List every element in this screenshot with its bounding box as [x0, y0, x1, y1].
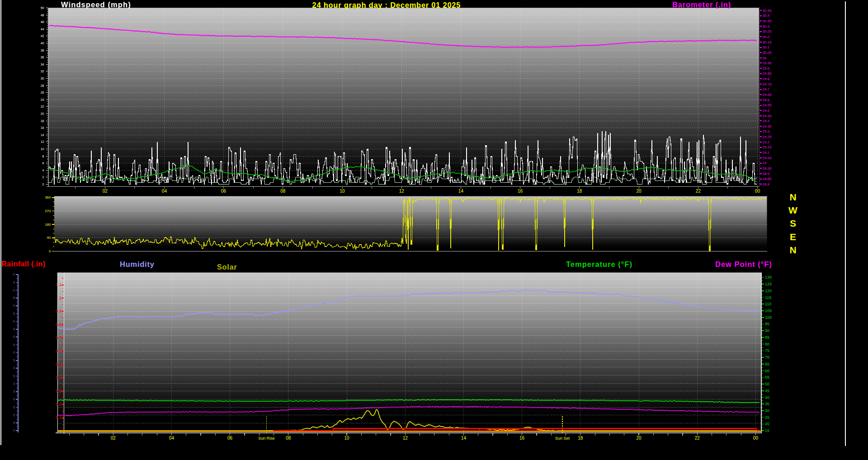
svg-text:14: 14	[461, 436, 467, 441]
svg-text:28: 28	[41, 84, 44, 87]
svg-text:0: 0	[13, 304, 15, 307]
svg-text:Sun Set: Sun Set	[555, 436, 570, 441]
svg-text:5: 5	[13, 406, 15, 409]
svg-text:270: 270	[45, 209, 51, 213]
svg-text:22: 22	[695, 436, 700, 441]
svg-text:20: 20	[41, 112, 44, 115]
svg-text:46: 46	[41, 20, 44, 24]
svg-text:28.8: 28.8	[763, 182, 770, 186]
svg-text:0: 0	[42, 183, 44, 186]
svg-text:4: 4	[42, 169, 44, 172]
svg-text:30.35: 30.35	[763, 19, 772, 23]
svg-text:0.7: 0.7	[56, 336, 61, 340]
svg-text:70: 70	[765, 355, 769, 360]
svg-text:90: 90	[47, 236, 51, 240]
svg-text:5: 5	[13, 281, 15, 284]
svg-text:100: 100	[765, 315, 772, 320]
svg-text:32: 32	[41, 70, 44, 73]
svg-text:5: 5	[13, 327, 15, 331]
svg-text:30.4: 30.4	[763, 14, 770, 18]
svg-text:65: 65	[765, 362, 769, 366]
svg-text:30: 30	[41, 77, 44, 80]
svg-text:29.35: 29.35	[763, 124, 772, 128]
svg-text:1: 1	[59, 296, 61, 300]
svg-text:18: 18	[41, 119, 44, 123]
svg-text:5: 5	[13, 296, 15, 299]
svg-text:0: 0	[13, 320, 15, 323]
svg-text:24: 24	[41, 98, 44, 101]
svg-text:N: N	[789, 192, 796, 202]
svg-text:120: 120	[765, 289, 772, 293]
svg-text:29.45: 29.45	[763, 114, 772, 118]
svg-text:29.7: 29.7	[763, 87, 770, 91]
svg-text:29.8: 29.8	[763, 77, 770, 81]
svg-text:22: 22	[696, 189, 701, 194]
svg-text:34: 34	[41, 63, 44, 66]
svg-text:180: 180	[45, 223, 51, 227]
svg-text:115: 115	[765, 295, 771, 300]
svg-text:28.9: 28.9	[763, 172, 770, 176]
svg-text:E: E	[790, 232, 796, 242]
svg-text:16: 16	[519, 436, 525, 441]
svg-text:35: 35	[765, 402, 769, 406]
svg-text:130: 130	[765, 275, 772, 280]
svg-text:18: 18	[577, 189, 582, 194]
svg-text:0: 0	[13, 273, 15, 276]
svg-text:30.3: 30.3	[763, 24, 770, 28]
svg-text:26: 26	[41, 91, 44, 94]
svg-text:0.8: 0.8	[56, 322, 61, 327]
svg-text:29.5: 29.5	[763, 109, 770, 113]
svg-text:30.2: 30.2	[763, 35, 770, 39]
svg-text:0.9: 0.9	[56, 309, 61, 313]
svg-text:Barometer (.in): Barometer (.in)	[672, 0, 731, 9]
svg-text:29.95: 29.95	[763, 61, 772, 65]
svg-text:Solar: Solar	[217, 263, 237, 271]
svg-text:1.1: 1.1	[56, 282, 61, 287]
svg-text:14: 14	[41, 133, 44, 137]
svg-text:42: 42	[41, 34, 44, 38]
svg-text:0: 0	[13, 335, 15, 338]
svg-text:6: 6	[42, 161, 44, 165]
svg-text:360: 360	[45, 195, 51, 199]
svg-text:50: 50	[765, 382, 769, 386]
svg-text:06: 06	[221, 189, 226, 194]
svg-text:18: 18	[578, 436, 583, 441]
svg-text:Humidity: Humidity	[120, 260, 155, 268]
svg-text:Temperature (°F): Temperature (°F)	[566, 260, 632, 268]
svg-text:55: 55	[765, 375, 769, 379]
svg-text:105: 105	[765, 308, 772, 313]
svg-text:110: 110	[765, 302, 771, 306]
svg-text:2: 2	[42, 175, 44, 179]
svg-text:08: 08	[286, 436, 291, 441]
svg-text:12: 12	[41, 140, 44, 143]
svg-text:0.1: 0.1	[56, 415, 61, 420]
svg-text:0: 0	[13, 366, 15, 370]
svg-text:08: 08	[280, 189, 286, 194]
svg-text:Windspeed (mph): Windspeed (mph)	[61, 0, 131, 9]
svg-text:02: 02	[111, 436, 116, 441]
svg-text:00: 00	[753, 436, 759, 441]
svg-text:5: 5	[13, 312, 15, 315]
svg-text:04: 04	[162, 189, 167, 194]
svg-text:0: 0	[13, 351, 15, 354]
svg-text:5: 5	[13, 375, 15, 378]
svg-text:0.5: 0.5	[56, 362, 61, 367]
svg-text:5: 5	[13, 359, 15, 362]
svg-text:29.3: 29.3	[763, 129, 770, 133]
svg-text:8: 8	[42, 155, 44, 158]
svg-text:20: 20	[636, 189, 642, 194]
svg-text:29.05: 29.05	[763, 156, 772, 160]
svg-text:S: S	[790, 218, 796, 228]
svg-text:0: 0	[49, 249, 51, 253]
svg-text:N: N	[789, 245, 796, 255]
svg-text:80: 80	[765, 342, 769, 346]
svg-text:12: 12	[403, 436, 408, 441]
svg-text:28.85: 28.85	[763, 177, 772, 181]
svg-text:29: 29	[763, 161, 767, 165]
svg-text:0.6: 0.6	[56, 349, 61, 353]
svg-text:06: 06	[227, 436, 233, 441]
svg-text:29.1: 29.1	[763, 151, 770, 155]
svg-text:16: 16	[518, 189, 523, 194]
svg-text:W: W	[788, 205, 797, 215]
svg-text:Sun Rise: Sun Rise	[258, 436, 275, 441]
